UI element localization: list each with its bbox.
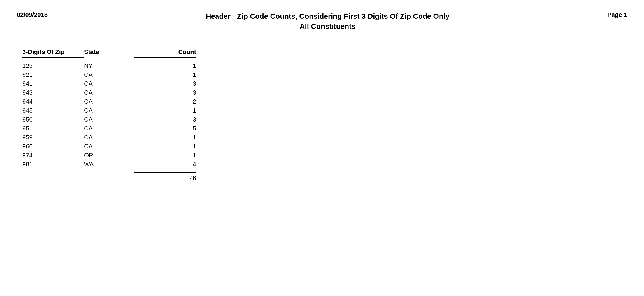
cell-zip: 945 bbox=[22, 107, 84, 114]
cell-zip: 981 bbox=[22, 161, 84, 168]
cell-zip: 921 bbox=[22, 71, 84, 78]
cell-count: 3 bbox=[134, 89, 196, 96]
table-row: 960CA1 bbox=[22, 142, 218, 151]
cell-count: 5 bbox=[134, 125, 196, 132]
col-header-count: Count bbox=[134, 48, 196, 56]
cell-count: 1 bbox=[134, 62, 196, 69]
cell-count: 3 bbox=[134, 116, 196, 123]
cell-state: CA bbox=[84, 134, 134, 141]
cell-count: 1 bbox=[134, 71, 196, 78]
report-title-line2: All Constituents bbox=[62, 21, 594, 31]
underline-zip bbox=[22, 57, 84, 58]
table-row: 959CA1 bbox=[22, 133, 218, 142]
table-row: 951CA5 bbox=[22, 124, 218, 133]
cell-state: OR bbox=[84, 152, 134, 159]
cell-zip: 941 bbox=[22, 80, 84, 87]
underline-count bbox=[134, 57, 196, 58]
cell-zip: 944 bbox=[22, 98, 84, 105]
table-row: 981WA4 bbox=[22, 160, 218, 169]
total-spacer bbox=[22, 174, 134, 182]
data-rows: 123NY1921CA1941CA3943CA3944CA2945CA1950C… bbox=[22, 61, 218, 169]
table-row: 950CA3 bbox=[22, 115, 218, 124]
table-row: 943CA3 bbox=[22, 88, 218, 97]
table-row: 945CA1 bbox=[22, 106, 218, 115]
report-date: 02/09/2018 bbox=[17, 11, 62, 18]
report-table: 3-Digits Of Zip State Count 123NY1921CA1… bbox=[22, 48, 218, 182]
cell-count: 4 bbox=[134, 161, 196, 168]
total-row: 26 bbox=[22, 174, 218, 182]
report-title: Header - Zip Code Counts, Considering Fi… bbox=[62, 11, 594, 32]
cell-zip: 950 bbox=[22, 116, 84, 123]
table-row: 944CA2 bbox=[22, 97, 218, 106]
page-number: Page 1 bbox=[594, 11, 627, 18]
cell-state: CA bbox=[84, 116, 134, 123]
cell-zip: 943 bbox=[22, 89, 84, 96]
cell-state: NY bbox=[84, 62, 134, 69]
col-header-zip: 3-Digits Of Zip bbox=[22, 48, 84, 56]
cell-zip: 951 bbox=[22, 125, 84, 132]
report-title-line1: Header - Zip Code Counts, Considering Fi… bbox=[62, 11, 594, 21]
cell-zip: 959 bbox=[22, 134, 84, 141]
cell-count: 2 bbox=[134, 98, 196, 105]
cell-count: 1 bbox=[134, 143, 196, 150]
cell-zip: 974 bbox=[22, 152, 84, 159]
cell-count: 1 bbox=[134, 152, 196, 159]
cell-zip: 123 bbox=[22, 62, 84, 69]
cell-state: WA bbox=[84, 161, 134, 168]
table-row: 974OR1 bbox=[22, 151, 218, 160]
cell-zip: 960 bbox=[22, 143, 84, 150]
cell-count: 1 bbox=[134, 134, 196, 141]
column-header-row: 3-Digits Of Zip State Count bbox=[22, 48, 218, 57]
cell-state: CA bbox=[84, 98, 134, 105]
table-row: 921CA1 bbox=[22, 70, 218, 79]
table-row: 123NY1 bbox=[22, 61, 218, 70]
table-row: 941CA3 bbox=[22, 79, 218, 88]
total-double-underline bbox=[134, 171, 196, 173]
header-underline bbox=[22, 57, 218, 58]
cell-state: CA bbox=[84, 89, 134, 96]
total-value: 26 bbox=[134, 174, 196, 182]
cell-state: CA bbox=[84, 143, 134, 150]
cell-state: CA bbox=[84, 125, 134, 132]
page-header: 02/09/2018 Header - Zip Code Counts, Con… bbox=[17, 11, 627, 32]
cell-state: CA bbox=[84, 107, 134, 114]
cell-count: 1 bbox=[134, 107, 196, 114]
total-underline bbox=[22, 171, 218, 173]
cell-state: CA bbox=[84, 71, 134, 78]
cell-state: CA bbox=[84, 80, 134, 87]
underline-gap bbox=[84, 57, 134, 58]
cell-count: 3 bbox=[134, 80, 196, 87]
col-header-state: State bbox=[84, 48, 134, 56]
